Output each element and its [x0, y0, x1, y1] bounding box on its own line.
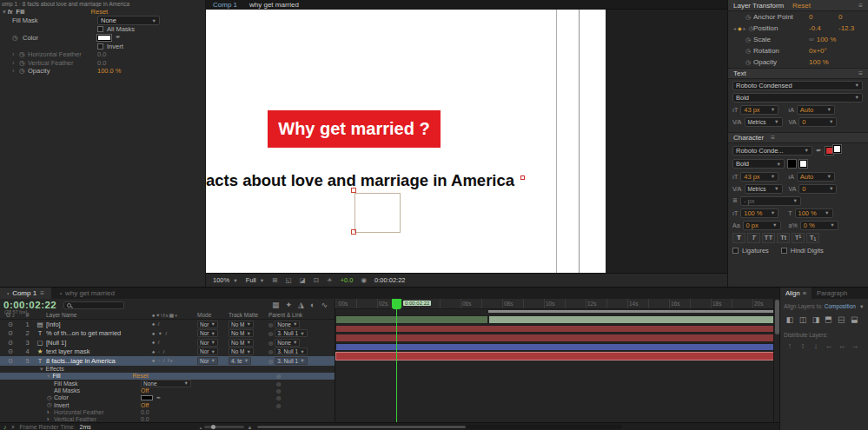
- align-tab[interactable]: Align ≡: [780, 288, 812, 299]
- color-property-row[interactable]: ◷ Color ✒ ◎: [0, 394, 335, 401]
- position-x-value[interactable]: -0.4: [809, 24, 838, 32]
- parent-link-column[interactable]: Parent & Link: [268, 312, 335, 318]
- font-family-dropdown[interactable]: Roboto Condensed▼: [732, 81, 863, 90]
- horizontal-feather-property-row[interactable]: › Horizontal Feather 0.0: [0, 408, 335, 415]
- layer-name[interactable]: text layer mask: [46, 347, 152, 355]
- layer-bar-5-selected[interactable]: [335, 352, 773, 361]
- work-area-bar[interactable]: [488, 310, 773, 313]
- superscript-button[interactable]: T¹: [792, 233, 805, 243]
- stroke-color-chip[interactable]: [825, 147, 833, 155]
- align-h-center-button[interactable]: ◫: [797, 314, 809, 325]
- eye-icon[interactable]: ʘ: [8, 348, 12, 354]
- stopwatch-icon[interactable]: ◷: [47, 401, 54, 408]
- link-dimensions-icon[interactable]: ∞: [809, 36, 814, 43]
- layer-row-4[interactable]: ʘ 4 ★ text layer mask ♠ ◦ / Nor▼ No M▼ ◎…: [0, 347, 335, 357]
- kerning-dropdown[interactable]: Metrics▼: [745, 117, 783, 127]
- preview-timecode[interactable]: 0:00:02:22: [374, 276, 405, 284]
- font-style-dropdown[interactable]: Bold▼: [732, 93, 863, 103]
- tsume-dropdown[interactable]: 0 %▼: [800, 221, 838, 230]
- small-caps-button[interactable]: Tt: [777, 233, 790, 243]
- subscript-button[interactable]: T₁: [806, 233, 819, 243]
- stopwatch-icon[interactable]: ◷: [12, 34, 23, 42]
- panel-menu-icon[interactable]: ≡: [858, 2, 863, 10]
- layer-bar-2[interactable]: [335, 325, 773, 334]
- pickwhip-icon[interactable]: ◎: [276, 402, 281, 408]
- layer-name-column[interactable]: Layer Name: [46, 312, 152, 318]
- character-font-family-dropdown[interactable]: Roboto Conde...▼: [732, 146, 812, 155]
- fill-mask-dropdown[interactable]: None▼: [141, 380, 191, 387]
- horizontal-scale-dropdown[interactable]: 100 %▼: [795, 208, 833, 218]
- eyedropper-icon[interactable]: ✒: [116, 34, 121, 41]
- twirl-icon[interactable]: ▾: [40, 366, 43, 373]
- prev-keyframe-icon[interactable]: ◄: [732, 26, 737, 31]
- twirl-icon[interactable]: ›: [47, 416, 54, 422]
- comp-canvas[interactable]: Why get married ? acts about love and ma…: [206, 10, 606, 273]
- track-matte-column[interactable]: Track Matte: [229, 312, 268, 318]
- stopwatch-icon[interactable]: ◷: [743, 36, 753, 43]
- mode-dropdown[interactable]: Nor▼: [197, 357, 218, 365]
- invert-property-row[interactable]: ◷ Invert Off ◎: [0, 401, 335, 408]
- eye-icon[interactable]: ʘ: [8, 321, 12, 327]
- rotation-value[interactable]: 0x+0°: [809, 47, 838, 55]
- zoom-slider-knob[interactable]: [211, 425, 215, 429]
- view-options-icon[interactable]: ⊡: [314, 276, 319, 284]
- layer-bar-3[interactable]: [335, 334, 773, 342]
- parent-dropdown[interactable]: 3. Null 1▼: [275, 347, 307, 355]
- mask-outline[interactable]: [354, 193, 401, 233]
- resolution-select[interactable]: Full▼: [246, 276, 265, 284]
- pickwhip-icon[interactable]: ◎: [276, 394, 281, 400]
- layer-opacity-value[interactable]: 100 %: [809, 58, 838, 66]
- pickwhip-icon[interactable]: ◎: [268, 322, 273, 327]
- viewer-tab-why-get-married[interactable]: why get married: [249, 1, 299, 9]
- character-tracking-dropdown[interactable]: 0▼: [798, 184, 837, 194]
- mask-visibility-icon[interactable]: ◪: [300, 276, 306, 284]
- layer-selection-handle[interactable]: [520, 175, 525, 180]
- pickwhip-icon[interactable]: ◎: [276, 373, 281, 379]
- layer-row-5-selected[interactable]: ʘ 5 T 8 facts...iage in America ♠ ◦ / fx…: [0, 356, 335, 366]
- pickwhip-icon[interactable]: ◎: [276, 380, 281, 387]
- layer-name[interactable]: [Info]: [46, 321, 152, 328]
- stopwatch-icon[interactable]: ◷: [19, 59, 28, 67]
- track-matte-dropdown[interactable]: No M▼: [229, 329, 254, 337]
- character-font-style-dropdown[interactable]: Bold▼: [732, 159, 785, 169]
- distribute-h-center-button[interactable]: ↔: [836, 341, 848, 351]
- vertical-feather-property-row[interactable]: › Vertical Feather 0.0: [0, 416, 335, 422]
- all-masks-value[interactable]: Off: [141, 387, 149, 394]
- stopwatch-icon[interactable]: ◷: [743, 59, 753, 66]
- font-size-dropdown[interactable]: 43 px▼: [740, 105, 779, 115]
- stroke-width-dropdown[interactable]: - px▼: [740, 196, 801, 206]
- keyframe-icon[interactable]: ◆: [738, 25, 742, 31]
- character-kerning-dropdown[interactable]: Metrics▼: [745, 184, 783, 194]
- eye-icon[interactable]: ʘ: [8, 330, 12, 336]
- layer-name[interactable]: [Null 1]: [46, 339, 152, 347]
- playhead-line[interactable]: [396, 299, 397, 422]
- layer-bar-1a[interactable]: [335, 315, 488, 324]
- mask-vertex-handle[interactable]: [351, 229, 356, 235]
- anchor-x-value[interactable]: 0: [809, 13, 838, 21]
- character-font-size-dropdown[interactable]: 43 px▼: [740, 172, 779, 182]
- panel-menu-icon[interactable]: ≡: [858, 69, 863, 77]
- track-matte-dropdown[interactable]: No M▼: [229, 321, 254, 328]
- timeline-horizontal-scrollbar[interactable]: [257, 425, 622, 429]
- leading-dropdown[interactable]: Auto▼: [797, 105, 835, 115]
- all-masks-checkbox[interactable]: [97, 26, 103, 32]
- stopwatch-icon[interactable]: ◷: [743, 14, 753, 21]
- twirl-icon[interactable]: ▾: [3, 8, 6, 16]
- region-of-interest-icon[interactable]: ◱: [285, 276, 291, 284]
- eye-icon[interactable]: ʘ: [8, 340, 12, 346]
- all-caps-button[interactable]: TT: [762, 233, 775, 243]
- align-right-button[interactable]: ◨: [810, 314, 822, 325]
- vertical-scale-dropdown[interactable]: 100 %▼: [740, 208, 779, 218]
- layer-row-3[interactable]: ʘ 3 ▢ [Null 1] ♠ / Nor▼ No M▼ ◎ None▼: [0, 338, 335, 347]
- distribute-v-center-button[interactable]: ↕: [797, 341, 809, 351]
- timeline-search-field[interactable]: [63, 301, 124, 309]
- track-matte-dropdown[interactable]: 4. te▼: [229, 357, 251, 365]
- stopwatch-icon[interactable]: ◷: [47, 394, 54, 401]
- distribute-right-button[interactable]: →: [849, 341, 861, 351]
- layer-name[interactable]: % of th...on to get married: [46, 329, 152, 337]
- playhead-handle[interactable]: [392, 299, 401, 309]
- viewer-tab-comp1[interactable]: Comp 1: [213, 1, 237, 9]
- exposure-icon[interactable]: ☀: [327, 276, 333, 284]
- layer-name[interactable]: 8 facts...iage in America: [46, 357, 152, 365]
- pickwhip-icon[interactable]: ◎: [268, 331, 273, 336]
